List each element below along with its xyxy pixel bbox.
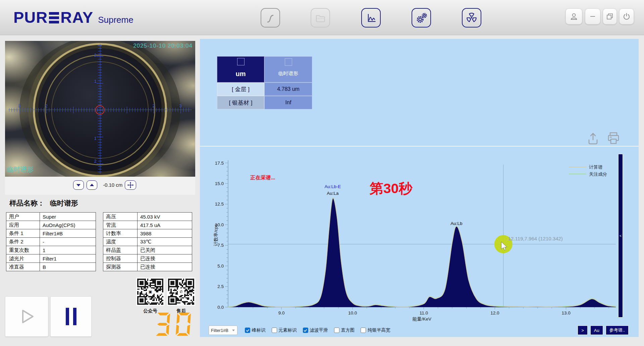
param-key: 应用 (6, 221, 40, 229)
chart-option-元素标识[interactable]: 元素标识 (272, 327, 297, 333)
checkbox-label: 滤波平滑 (310, 327, 328, 333)
elapsed-time-text: 第30秒 (369, 181, 413, 196)
export-button[interactable] (586, 132, 600, 147)
param-row: 控制器已连接 (103, 254, 192, 263)
chart-option-直方图[interactable]: 直方图 (334, 327, 355, 333)
param-value: 45.03 kV (138, 213, 192, 221)
param-key: 准直器 (6, 263, 40, 271)
peak-label: Au:Lb (450, 221, 462, 226)
results-checkbox[interactable] (285, 58, 292, 66)
param-value: 33℃ (138, 238, 192, 246)
checkbox-icon[interactable] (272, 328, 277, 333)
countdown-display (154, 312, 193, 336)
qr-code: ✆ (167, 278, 195, 306)
param-value: 1 (40, 246, 96, 254)
checkbox-icon[interactable] (334, 328, 339, 333)
acquisition-params-table: 用户Super应用AuOnAg(CPS)条件 1Filter1#B条件 2-重复… (6, 212, 96, 271)
restore-icon[interactable] (603, 8, 617, 24)
qr-center-logo-icon: ✆ (178, 288, 184, 295)
camera-overlay-label: 临时谱形 (7, 165, 34, 174)
param-key: 计数率 (103, 229, 138, 238)
reference-spectrum-button[interactable]: 参考谱.. (606, 326, 629, 335)
param-row: 样品盖已关闭 (103, 246, 192, 254)
spectrum-area (228, 198, 616, 307)
param-row: 条件 2- (6, 238, 96, 246)
param-value: B (40, 263, 96, 271)
expand-button[interactable]: > (578, 326, 588, 335)
spectrum-chart[interactable]: 0.02.55.07.510.012.515.017.59.010.011.01… (200, 146, 639, 338)
filter-select[interactable]: Filter1#B (209, 326, 237, 335)
tune-curve-icon[interactable] (261, 8, 280, 27)
play-icon (18, 308, 36, 325)
svg-text:5.0: 5.0 (217, 264, 224, 269)
power-icon[interactable] (619, 8, 634, 24)
checkbox-icon[interactable] (303, 328, 308, 333)
chart-option-峰标识[interactable]: 峰标识 (245, 327, 266, 333)
svg-text:11.0: 11.0 (420, 310, 428, 315)
checkbox-label: 元素标识 (279, 327, 297, 333)
radiation-icon[interactable] (462, 8, 481, 27)
results-row-label: [ 金层 ] (217, 82, 264, 96)
brand-edition: Supreme (98, 15, 133, 25)
brand-e-bars (49, 12, 59, 23)
start-button[interactable] (5, 296, 48, 337)
sample-name-row: 样品名称： 临时谱形 (9, 198, 78, 208)
checkbox-icon[interactable] (245, 328, 250, 333)
results-col-header-um[interactable]: um (217, 56, 264, 82)
camera-view[interactable]: 32232112 2025-10-10 20:03:04 临时谱形 (5, 41, 195, 177)
param-value: 已连接 (138, 254, 192, 263)
legend-label: 计算谱 (589, 165, 603, 170)
checkbox-label: 峰标识 (252, 327, 266, 333)
results-col2-title: 临时谱形 (278, 70, 299, 77)
results-col-header-spectrum[interactable]: 临时谱形 (264, 56, 312, 82)
param-value: 已连接 (138, 263, 192, 271)
acquiring-status-text: 正在采谱... (250, 175, 275, 180)
move-crosshair-icon (127, 182, 134, 188)
param-key: 温度 (103, 238, 138, 246)
param-key: 探测器 (103, 263, 138, 271)
results-checkbox[interactable] (237, 58, 245, 65)
stage-down-button[interactable] (73, 180, 84, 190)
print-icon (606, 131, 621, 146)
user-icon[interactable] (566, 8, 582, 24)
element-au-button[interactable]: Au (590, 326, 603, 335)
param-value: 已关闭 (138, 246, 192, 254)
param-row: 探测器已连接 (103, 263, 192, 271)
checkbox-icon[interactable] (361, 328, 366, 333)
param-value: Filter1#B (40, 229, 96, 238)
param-value: AuOnAg(CPS) (40, 221, 96, 229)
print-button[interactable] (606, 131, 621, 147)
param-row: 高压45.03 kV (103, 213, 192, 221)
export-icon (586, 132, 600, 146)
chart-option-滤波平滑[interactable]: 滤波平滑 (303, 327, 328, 333)
param-key: 样品盖 (103, 246, 138, 254)
chart-collapse-scrollbar[interactable]: < (618, 154, 623, 318)
param-key: 重复次数 (6, 246, 40, 254)
pause-button[interactable] (50, 296, 92, 337)
stage-center-button[interactable] (125, 180, 136, 190)
svg-text:13.0: 13.0 (561, 310, 570, 315)
analysis-panel: um 临时谱形[ 金层 ] 4.783 um[ 银基材 ] Inf 0.02.5… (200, 39, 639, 337)
filter-select-value: Filter1#B (211, 328, 228, 333)
param-row: 温度33℃ (103, 238, 192, 246)
minimize-icon[interactable] (585, 8, 600, 24)
results-col1-title: um (236, 70, 246, 78)
stage-up-button[interactable] (87, 180, 97, 190)
param-key: 管流 (103, 221, 138, 229)
param-value: Filter1 (40, 254, 96, 263)
param-key: 滤光片 (6, 254, 40, 263)
param-row: 滤光片Filter1 (6, 254, 96, 263)
svg-text:2.5: 2.5 (217, 284, 224, 289)
settings-gears-icon[interactable] (412, 8, 431, 27)
chevron-down-icon (76, 183, 81, 187)
legend-label: 关注成分 (589, 172, 607, 177)
results-row-value: Inf (264, 96, 312, 109)
peak-label: Au:La (327, 191, 339, 196)
chart-option-纯银半高宽[interactable]: 纯银半高宽 (361, 327, 390, 333)
open-folder-icon[interactable] (311, 8, 330, 27)
param-row: 管流417.5 uA (103, 221, 192, 229)
brand-logo: PUR RAY Supreme (13, 8, 133, 26)
spectrum-icon[interactable] (361, 8, 381, 27)
svg-text:0.0: 0.0 (217, 305, 224, 310)
checkbox-label: 直方图 (341, 327, 355, 333)
